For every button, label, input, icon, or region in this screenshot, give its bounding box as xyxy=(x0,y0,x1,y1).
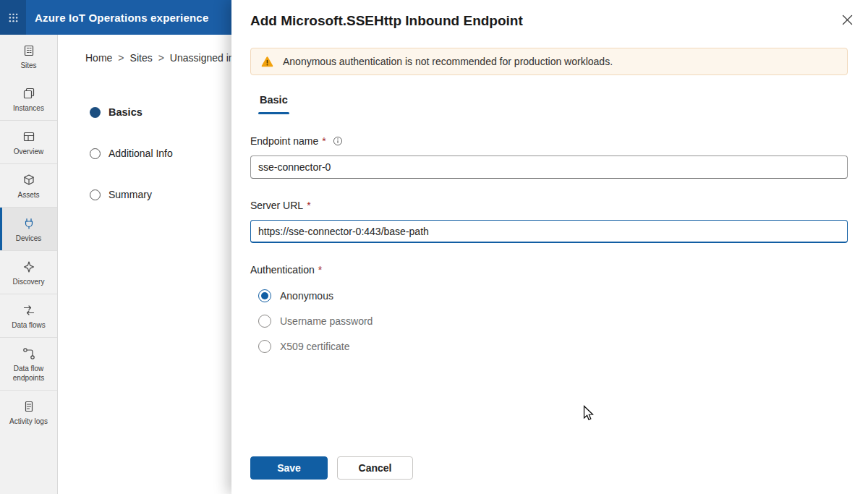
wizard-step-basics[interactable]: Basics xyxy=(90,103,173,121)
server-url-input[interactable] xyxy=(250,220,848,243)
breadcrumb: Home > Sites > Unassigned in xyxy=(85,52,234,64)
sidebar-item-label: Activity logs xyxy=(9,417,48,426)
breadcrumb-item-home[interactable]: Home xyxy=(85,52,112,64)
sidebar-item-label: Assets xyxy=(17,190,39,200)
authentication-radio-group: Anonymous Username password X509 certifi… xyxy=(258,289,848,353)
step-circle-empty-icon xyxy=(90,148,101,159)
app-launcher-button[interactable] xyxy=(0,0,26,35)
sidebar-item-assets[interactable]: Assets xyxy=(0,163,57,207)
breadcrumb-separator: > xyxy=(158,52,164,64)
add-endpoint-panel: Add Microsoft.SSEHttp Inbound Endpoint A… xyxy=(231,0,868,494)
step-label: Additional Info xyxy=(109,148,173,159)
endpoint-name-input[interactable] xyxy=(250,156,848,179)
sidebar-item-label: Overview xyxy=(14,147,44,156)
overview-icon xyxy=(22,129,36,144)
sidebar-item-label: Data flows xyxy=(12,320,46,330)
sidebar-item-data-flow-endpoints[interactable]: Data flow endpoints xyxy=(0,337,57,390)
wizard-step-summary[interactable]: Summary xyxy=(90,186,173,203)
sidebar-item-sites[interactable]: Sites xyxy=(0,35,57,77)
radio-unselected-icon xyxy=(258,315,271,328)
tab-basic[interactable]: Basic xyxy=(250,93,297,114)
step-label: Summary xyxy=(109,189,152,200)
endpoint-form: Endpoint name * Server URL * Authenticat… xyxy=(250,135,848,353)
endpoint-name-label-row: Endpoint name * xyxy=(250,135,848,147)
close-icon xyxy=(842,14,853,25)
close-button[interactable] xyxy=(839,12,855,27)
radio-username-password[interactable]: Username password xyxy=(258,315,848,328)
server-url-label-row: Server URL * xyxy=(250,200,848,211)
wizard-steps: Basics Additional Info Summary xyxy=(90,103,173,227)
server-url-label: Server URL xyxy=(250,200,303,211)
warning-icon xyxy=(260,55,274,69)
radio-selected-icon xyxy=(258,289,271,302)
data-flow-endpoints-icon xyxy=(22,346,36,361)
activity-logs-icon xyxy=(22,399,36,414)
assets-icon xyxy=(22,173,36,187)
radio-anonymous[interactable]: Anonymous xyxy=(258,289,848,302)
screen: Azure IoT Operations experience Sites In… xyxy=(0,0,868,494)
authentication-label-row: Authentication * xyxy=(250,264,848,276)
breadcrumb-separator: > xyxy=(118,52,124,64)
radio-label: Anonymous xyxy=(280,290,333,302)
sidebar-item-label: Discovery xyxy=(13,277,45,286)
waffle-icon xyxy=(9,13,18,22)
sidebar-item-devices[interactable]: Devices xyxy=(0,207,57,250)
sidebar-item-discovery[interactable]: Discovery xyxy=(0,250,57,294)
step-circle-empty-icon xyxy=(90,189,101,200)
radio-x509-certificate[interactable]: X509 certificate xyxy=(258,340,848,353)
required-marker: * xyxy=(322,135,326,147)
endpoint-name-label: Endpoint name xyxy=(250,135,318,147)
warning-text: Anonymous authentication is not recommen… xyxy=(283,56,613,67)
sidebar: Sites Instances Overview Assets Devices … xyxy=(0,35,58,494)
authentication-label: Authentication xyxy=(250,264,315,276)
sidebar-item-instances[interactable]: Instances xyxy=(0,77,57,120)
devices-icon xyxy=(22,216,36,231)
step-label: Basics xyxy=(109,106,142,118)
step-circle-filled-icon xyxy=(90,107,101,118)
wizard-step-additional-info[interactable]: Additional Info xyxy=(90,145,173,162)
sidebar-item-label: Data flow endpoints xyxy=(2,364,56,383)
instances-icon xyxy=(22,86,36,101)
radio-unselected-icon xyxy=(258,340,271,353)
sidebar-item-overview[interactable]: Overview xyxy=(0,120,57,163)
warning-banner: Anonymous authentication is not recommen… xyxy=(250,48,848,75)
radio-label: Username password xyxy=(280,315,373,327)
panel-actions: Save Cancel xyxy=(250,456,413,480)
app-title: Azure IoT Operations experience xyxy=(35,12,208,24)
sidebar-item-label: Sites xyxy=(20,61,36,70)
discovery-icon xyxy=(22,260,36,274)
required-marker: * xyxy=(307,200,310,211)
sidebar-item-label: Instances xyxy=(13,103,44,113)
sidebar-item-data-flows[interactable]: Data flows xyxy=(0,294,57,337)
panel-title: Add Microsoft.SSEHttp Inbound Endpoint xyxy=(250,13,827,29)
sites-icon xyxy=(22,43,36,58)
data-flows-icon xyxy=(22,303,36,318)
sidebar-item-label: Devices xyxy=(16,234,42,243)
breadcrumb-item-sites[interactable]: Sites xyxy=(130,52,153,64)
radio-label: X509 certificate xyxy=(280,341,350,352)
cancel-button[interactable]: Cancel xyxy=(337,456,413,480)
breadcrumb-item-current: Unassigned in xyxy=(170,52,234,64)
sidebar-item-activity-logs[interactable]: Activity logs xyxy=(0,390,57,433)
tab-label: Basic xyxy=(260,94,288,106)
save-button[interactable]: Save xyxy=(250,456,328,480)
panel-tabs: Basic xyxy=(250,93,868,114)
info-icon[interactable] xyxy=(332,135,344,147)
required-marker: * xyxy=(318,264,322,276)
